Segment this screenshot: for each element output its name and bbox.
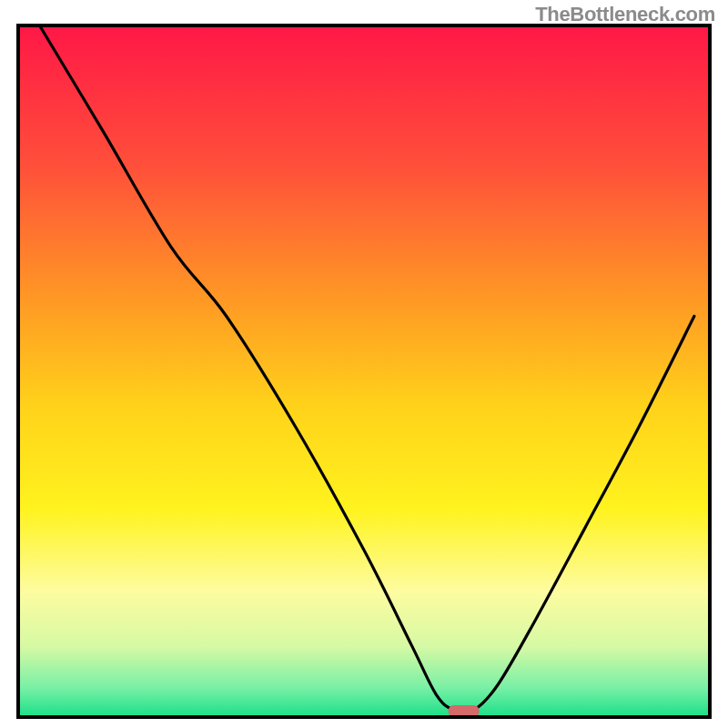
optimal-marker [449,705,480,715]
gradient-background [20,27,708,715]
chart-frame [16,24,712,719]
chart-plot [20,27,708,715]
